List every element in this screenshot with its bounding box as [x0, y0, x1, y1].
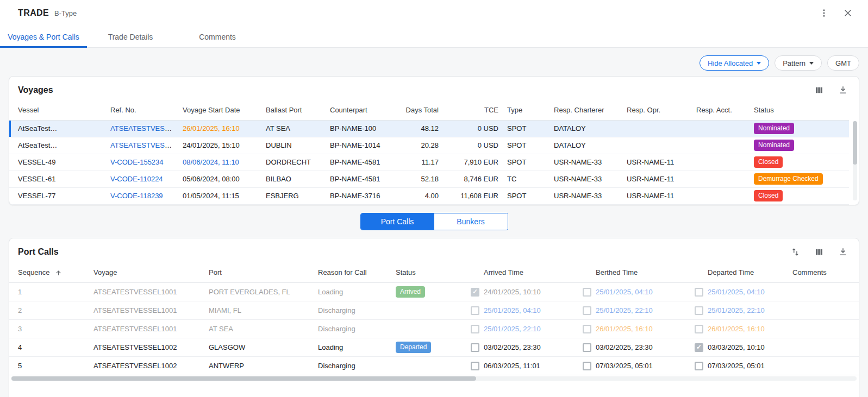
ballast-port-cell: DORDRECHT	[261, 154, 326, 171]
reason-cell: Discharging	[314, 301, 391, 320]
col-reason-for-call[interactable]: Reason for Call	[314, 262, 391, 283]
download-icon[interactable]	[837, 84, 849, 96]
status-cell: Closed	[750, 154, 849, 171]
port-call-row[interactable]: 1 ATSEATESTVESSEL1001 PORT EVERGLADES, F…	[9, 283, 859, 301]
voyage-row[interactable]: AtSeaTest… ATSEATESTVESSEL1002 26/01/202…	[9, 120, 849, 137]
ballast-port-cell: AT SEA	[261, 120, 326, 137]
ref-no-link[interactable]: V-CODE-155234	[110, 158, 164, 166]
tab-trade-details[interactable]: Trade Details	[87, 26, 174, 47]
col-departed-time[interactable]: Departed Time	[690, 262, 788, 283]
voyage-row[interactable]: VESSEL-49 V-CODE-155234 08/06/2024, 11:1…	[9, 154, 849, 171]
port-cell: AT SEA	[204, 320, 314, 338]
col-voyage[interactable]: Voyage	[89, 262, 204, 283]
toggle-port-calls[interactable]: Port Calls	[361, 213, 434, 230]
col-resp-charterer[interactable]: Resp. Charterer	[549, 100, 622, 120]
vessel-cell: AtSeaTest…	[9, 137, 106, 154]
col-berthed-time[interactable]: Berthed Time	[578, 262, 690, 283]
departed-checkbox[interactable]	[695, 325, 703, 333]
voyages-header-row: Vessel Ref. No. Voyage Start Date Ballas…	[9, 100, 849, 120]
col-sequence[interactable]: Sequence	[9, 262, 89, 283]
arrived-checkbox[interactable]	[471, 306, 479, 315]
ref-no-link[interactable]: V-CODE-118239	[110, 192, 163, 200]
ref-no-link[interactable]: ATSEATESTVESSEL1002	[110, 124, 178, 133]
voyage-row[interactable]: VESSEL-61 V-CODE-110224 05/06/2024, 08:0…	[9, 171, 849, 187]
ref-no-link[interactable]: V-CODE-110224	[110, 175, 163, 183]
arrived-checkbox[interactable]	[471, 343, 479, 352]
departed-checkbox[interactable]	[695, 306, 703, 315]
arrived-time: 25/01/2025, 04:10	[484, 306, 541, 314]
ref-no-cell: ATSEATESTVESSEL1002	[106, 120, 178, 137]
col-ballast-port[interactable]: Ballast Port	[261, 100, 326, 120]
arrived-checkbox[interactable]	[471, 325, 479, 333]
arrived-checkbox[interactable]	[471, 362, 479, 370]
sequence-cell: 5	[9, 357, 89, 375]
voyages-scrollbar[interactable]	[853, 121, 857, 200]
voyage-row[interactable]: AtSeaTest… ATSEATESTVESSEL1001 24/01/202…	[9, 137, 849, 154]
col-ref-no[interactable]: Ref. No.	[106, 100, 178, 120]
col-tce[interactable]: TCE	[443, 100, 503, 120]
toggle-bunkers[interactable]: Bunkers	[434, 213, 508, 230]
trade-type-label: B-Type	[54, 9, 77, 17]
timezone-button[interactable]: GMT	[827, 55, 859, 71]
tab-comments[interactable]: Comments	[174, 26, 261, 47]
berthed-time-cell: 25/01/2025, 04:10	[578, 283, 690, 301]
columns-icon[interactable]	[813, 84, 825, 96]
tab-voyages-port-calls[interactable]: Voyages & Port Calls	[0, 26, 87, 47]
ref-no-cell: V-CODE-155234	[106, 154, 178, 171]
departed-checkbox[interactable]	[695, 343, 703, 352]
voyage-start-date-cell: 26/01/2025, 16:10	[178, 120, 261, 137]
col-vessel[interactable]: Vessel	[9, 100, 106, 120]
status-badge: Closed	[754, 156, 783, 168]
col-days-total[interactable]: Days Total	[396, 100, 443, 120]
col-sequence-label: Sequence	[18, 268, 50, 276]
berthed-time-cell: 03/02/2025, 23:30	[578, 338, 690, 357]
hide-allocated-button[interactable]: Hide Allocated	[700, 55, 769, 71]
reason-cell: Discharging	[314, 357, 391, 375]
view-toggle: Port Calls Bunkers	[360, 213, 508, 230]
departed-checkbox[interactable]	[695, 362, 703, 370]
scrollbar-thumb[interactable]	[853, 121, 857, 165]
col-resp-acct[interactable]: Resp. Acct.	[692, 100, 750, 120]
berthed-checkbox[interactable]	[583, 325, 591, 333]
voyage-row[interactable]: VESSEL-77 V-CODE-118239 01/05/2024, 11:1…	[9, 187, 849, 204]
col-arrived-time[interactable]: Arrived Time	[466, 262, 578, 283]
berthed-checkbox[interactable]	[583, 343, 591, 352]
berthed-checkbox[interactable]	[583, 288, 591, 297]
port-call-row[interactable]: 4 ATSEATESTVESSEL1002 GLASGOW Loading De…	[9, 338, 859, 357]
port-call-row[interactable]: 5 ATSEATESTVESSEL1002 ANTWERP Dischargin…	[9, 357, 859, 375]
port-calls-horizontal-scrollbar[interactable]	[11, 376, 857, 381]
status-badge: Closed	[754, 190, 783, 201]
berthed-checkbox[interactable]	[583, 362, 591, 370]
departed-time-cell: 07/03/2025, 05:01	[690, 357, 788, 375]
resp-acct-cell	[692, 187, 750, 204]
arrived-checkbox[interactable]	[471, 288, 479, 297]
departed-checkbox[interactable]	[695, 288, 703, 297]
col-comments[interactable]: Comments	[788, 262, 859, 283]
more-options-icon[interactable]	[818, 7, 830, 19]
type-cell: SPOT	[503, 187, 549, 204]
col-status[interactable]: Status	[750, 100, 849, 120]
resp-opr-cell	[622, 120, 692, 137]
vessel-cell: VESSEL-49	[9, 154, 106, 171]
ref-no-link[interactable]: ATSEATESTVESSEL1001	[110, 141, 178, 149]
status-cell: Arrived	[391, 283, 466, 301]
resp-acct-cell	[692, 120, 750, 137]
col-voyage-start-date[interactable]: Voyage Start Date	[178, 100, 261, 120]
columns-icon[interactable]	[813, 246, 825, 258]
scrollbar-thumb[interactable]	[11, 376, 476, 381]
col-counterpart[interactable]: Counterpart	[326, 100, 396, 120]
port-call-row[interactable]: 2 ATSEATESTVESSEL1001 MIAMI, FL Discharg…	[9, 301, 859, 320]
berthed-checkbox[interactable]	[583, 306, 591, 315]
col-resp-opr[interactable]: Resp. Opr.	[622, 100, 692, 120]
col-type[interactable]: Type	[503, 100, 549, 120]
download-icon[interactable]	[837, 246, 849, 258]
col-status[interactable]: Status	[391, 262, 466, 283]
col-port[interactable]: Port	[204, 262, 314, 283]
tce-cell: 11,608 EUR	[443, 187, 503, 204]
sort-icon[interactable]	[789, 246, 801, 258]
pattern-button[interactable]: Pattern	[775, 55, 822, 71]
port-call-row[interactable]: 3 ATSEATESTVESSEL1001 AT SEA Discharging…	[9, 320, 859, 338]
close-icon[interactable]	[842, 7, 854, 19]
port-cell: ANTWERP	[204, 357, 314, 375]
days-total-cell: 4.00	[396, 187, 443, 204]
